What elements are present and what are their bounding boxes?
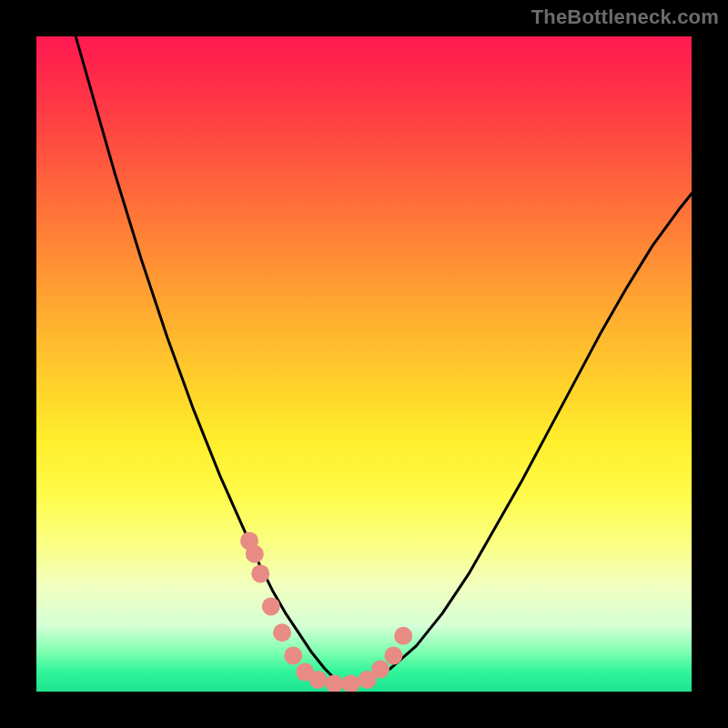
highlighted-markers [36, 36, 692, 692]
chart-frame: TheBottleneck.com [0, 0, 728, 728]
highlight-point [262, 597, 280, 615]
highlight-point [394, 627, 412, 645]
highlight-point [246, 545, 264, 563]
highlight-point [384, 646, 402, 664]
plot-area [36, 36, 692, 692]
highlight-point [326, 674, 344, 692]
highlight-point [251, 564, 269, 582]
watermark-text: TheBottleneck.com [531, 5, 719, 29]
highlight-point [273, 623, 291, 642]
highlight-point [371, 661, 389, 679]
highlight-point [309, 671, 328, 689]
highlight-point [284, 646, 302, 664]
highlight-point [342, 674, 360, 692]
